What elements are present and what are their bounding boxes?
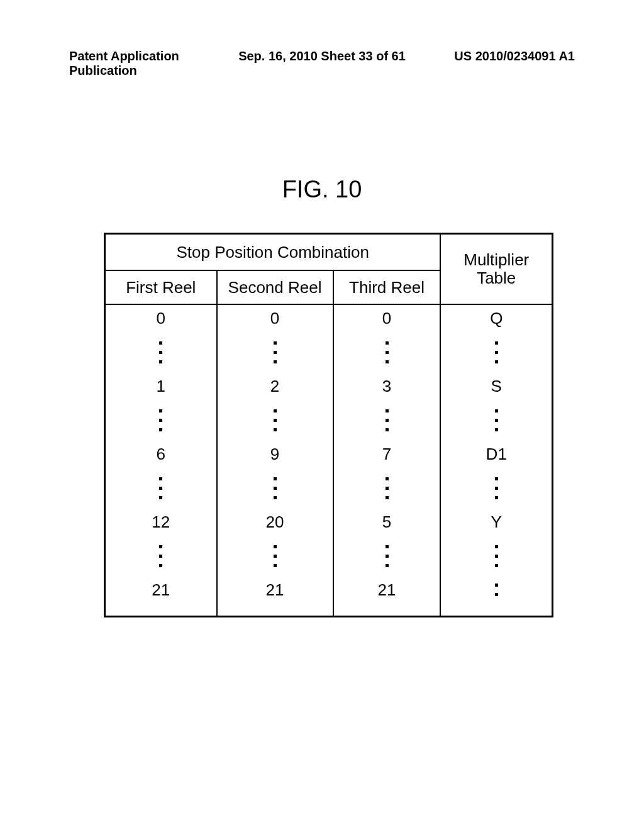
table-row: 6 9 7 D1: [105, 441, 553, 467]
cell-multiplier: Y: [440, 509, 552, 535]
table-row-pad: [105, 603, 553, 617]
ellipsis-icon: [218, 331, 333, 373]
ellipsis-icon: [334, 535, 440, 577]
ellipsis-row: [105, 399, 553, 441]
cell-second-reel: 21: [217, 577, 333, 603]
figure-table: Stop Position Combination Multiplier Tab…: [104, 233, 553, 617]
cell-third-reel: 3: [333, 373, 441, 399]
cell-third-reel: 7: [333, 441, 441, 467]
ellipsis-row: [105, 467, 553, 509]
ellipsis-icon: [334, 467, 440, 509]
table-row: 0 0 0 Q: [105, 304, 553, 331]
header-stop-position-combination: Stop Position Combination: [105, 234, 441, 271]
table-row: 1 2 3 S: [105, 373, 553, 399]
cell-first-reel: 21: [105, 577, 217, 603]
header-third-reel: Third Reel: [333, 270, 441, 304]
cell-third-reel: 21: [333, 577, 441, 603]
header-right: US 2010/0234091 A1: [406, 49, 575, 78]
ellipsis-icon: [441, 331, 552, 373]
ellipsis-icon: [106, 467, 216, 509]
cell-first-reel: 0: [105, 304, 217, 331]
cell-first-reel: 12: [105, 509, 217, 535]
ellipsis-icon: [441, 577, 551, 602]
header-second-reel: Second Reel: [217, 270, 333, 304]
ellipsis-icon: [218, 399, 333, 441]
table-row: 21 21 21: [105, 577, 553, 603]
ellipsis-icon: [218, 535, 333, 577]
cell-first-reel: 6: [105, 441, 217, 467]
cell-multiplier: S: [440, 373, 552, 399]
cell-second-reel: 9: [217, 441, 333, 467]
header-center: Sep. 16, 2010 Sheet 33 of 61: [238, 49, 406, 78]
ellipsis-icon: [106, 331, 216, 373]
header-multiplier-line2: Table: [477, 268, 516, 287]
header-multiplier-table: Multiplier Table: [440, 234, 552, 305]
ellipsis-icon: [441, 467, 552, 509]
ellipsis-icon: [334, 331, 440, 373]
cell-second-reel: 20: [217, 509, 333, 535]
ellipsis-icon: [334, 399, 440, 441]
ellipsis-icon: [218, 467, 333, 509]
cell-third-reel: 5: [333, 509, 441, 535]
ellipsis-icon: [441, 535, 552, 577]
header-left: Patent Application Publication: [69, 49, 238, 78]
cell-multiplier: D1: [440, 441, 552, 467]
ellipsis-icon: [441, 399, 552, 441]
cell-multiplier: [440, 577, 552, 603]
table-row: 12 20 5 Y: [105, 509, 553, 535]
figure-title: FIG. 10: [0, 176, 644, 203]
cell-second-reel: 0: [217, 304, 333, 331]
page-header: Patent Application Publication Sep. 16, …: [69, 49, 575, 78]
header-multiplier-line1: Multiplier: [464, 250, 529, 269]
ellipsis-row: [105, 331, 553, 373]
cell-second-reel: 2: [217, 373, 333, 399]
cell-multiplier: Q: [440, 304, 552, 331]
cell-first-reel: 1: [105, 373, 217, 399]
ellipsis-row: [105, 535, 553, 577]
header-first-reel: First Reel: [105, 270, 217, 304]
cell-third-reel: 0: [333, 304, 441, 331]
ellipsis-icon: [106, 399, 216, 441]
ellipsis-icon: [106, 535, 216, 577]
